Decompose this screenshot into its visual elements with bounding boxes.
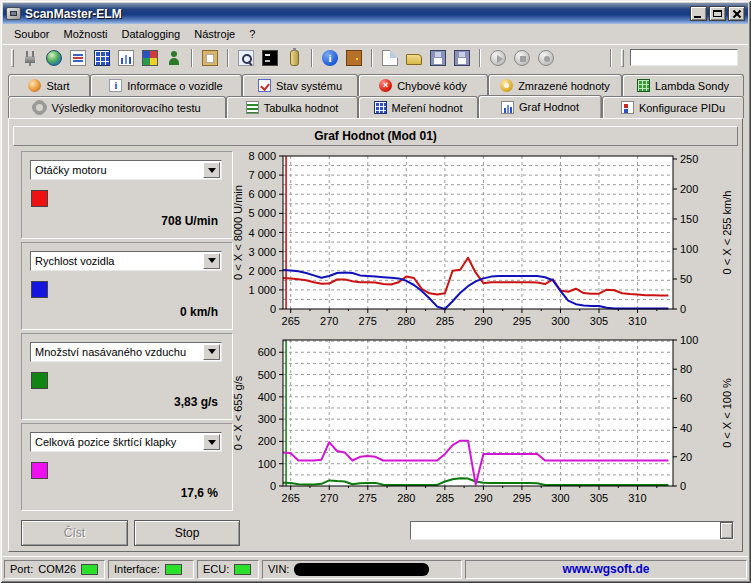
svg-text:250: 250 [680,153,698,165]
read-button[interactable]: Číst [21,520,128,546]
toolbar-separator [227,49,229,67]
param-value-speed: 0 km/h [180,305,218,319]
chart-icon [118,50,134,66]
info-icon [322,50,338,66]
dropdown-button[interactable] [203,344,220,360]
svg-text:265: 265 [282,315,300,327]
pid-select-1[interactable]: Otáčky motoru [30,160,222,180]
exit-button[interactable] [342,47,366,69]
interface-led [165,564,182,575]
chart-rpm-speed: 01 0002 0003 0004 0005 0006 0007 0008 00… [233,149,738,333]
tab-stav-systemu[interactable]: Stav systému [242,74,358,96]
tab-label: Informace o vozidle [127,80,222,92]
svg-text:0 < X < 655 g/s: 0 < X < 655 g/s [233,375,244,450]
toolbar-input[interactable] [630,49,738,66]
scrollbar-thumb[interactable] [720,522,733,539]
title-bar[interactable]: ScanMaster-ELM [3,3,748,24]
dashboard-button[interactable] [138,47,162,69]
graph-icon [501,101,514,114]
website-link[interactable]: www.wgsoft.de [563,562,650,576]
search-button[interactable] [234,47,258,69]
terminal-icon [262,50,278,66]
svg-text:285: 285 [436,492,454,504]
save-icon [430,50,446,66]
svg-text:400: 400 [258,391,276,403]
toolbar-grip[interactable] [11,49,14,67]
open-folder-icon [406,54,422,65]
stop-button[interactable]: Stop [134,520,240,546]
lambda-icon [637,79,650,92]
time-scrollbar[interactable] [410,521,734,540]
tab-lambda-sondy[interactable]: Lambda Sondy [622,74,744,96]
maximize-button[interactable] [709,6,726,21]
minimize-button[interactable] [690,6,707,21]
value-table-button[interactable] [90,47,114,69]
menu-nastroje[interactable]: Nástroje [187,27,242,41]
dropdown-button[interactable] [203,434,220,450]
new-file-button[interactable] [378,47,402,69]
start-icon [28,79,41,92]
svg-text:200: 200 [680,183,698,195]
svg-text:8 000: 8 000 [248,150,276,162]
clipboard-button[interactable] [198,47,222,69]
series-color-swatch [31,281,48,298]
battery-button[interactable] [282,47,306,69]
toolbar-grip[interactable] [621,49,624,67]
graph-button[interactable] [114,47,138,69]
tab-row-2: Výsledky monitorovacího testu Tabulka ho… [8,96,744,118]
svg-text:300: 300 [258,413,276,425]
user-button[interactable] [162,47,186,69]
save-as-icon [454,50,470,66]
toolbar [3,44,748,70]
tab-tabulka-hodnot[interactable]: Tabulka hodnot [226,96,358,118]
svg-text:275: 275 [359,492,377,504]
save-button[interactable] [426,47,450,69]
freeze-frame-icon [500,79,513,92]
param-section-speed: Rychlost vozidla 0 km/h [21,242,233,330]
tab-label: Chybové kódy [397,80,467,92]
report-button[interactable] [66,47,90,69]
pid-select-3[interactable]: Množství nasávaného vzduchu [30,342,222,362]
tab-zmrazene-hodnoty[interactable]: Zmrazené hodnoty [488,74,622,96]
tab-konfigurace-pidu[interactable]: Konfigurace PIDu [602,96,744,118]
web-button[interactable] [42,47,66,69]
chart-maf-throttle: 0100200300400500600020406080100265270275… [233,334,738,512]
pid-select-4[interactable]: Celková pozice škrtící klapky [30,432,222,452]
play-button[interactable] [486,47,510,69]
app-icon [6,7,21,20]
dropdown-button[interactable] [203,162,220,178]
svg-text:265: 265 [282,492,300,504]
svg-text:300: 300 [551,315,569,327]
tab-informace-o-vozidle[interactable]: Informace o vozidle [90,74,242,96]
param-section-rpm: Otáčky motoru 708 U/min [21,151,233,239]
svg-text:0: 0 [680,480,686,492]
report-icon [70,50,86,66]
table-icon [94,50,110,66]
menu-soubor[interactable]: Soubor [7,27,56,41]
stop-record-button[interactable] [510,47,534,69]
toolbar-separator [479,49,481,67]
status-vin: VIN: [262,560,462,579]
tab-mereni-hodnot[interactable]: Meření hodnot [358,96,478,118]
svg-text:50: 50 [680,273,692,285]
record-button[interactable] [534,47,558,69]
pid-select-1-value: Otáčky motoru [35,164,107,176]
tab-graf-hodnot[interactable]: Graf Hodnot [478,95,602,118]
tab-start[interactable]: Start [8,74,90,96]
save-as-button[interactable] [450,47,474,69]
menu-moznosti[interactable]: Možnosti [56,27,114,41]
tab-vysledky-monitorovaciho-testu[interactable]: Výsledky monitorovacího testu [8,96,226,118]
dropdown-button[interactable] [203,253,220,269]
port-label: Port: [10,563,33,575]
info-button[interactable] [318,47,342,69]
terminal-button[interactable] [258,47,282,69]
menu-datalogging[interactable]: Datalogging [115,27,188,41]
open-file-button[interactable] [402,47,426,69]
tab-chybove-kody[interactable]: Chybové kódy [358,74,488,96]
menu-help[interactable]: ? [242,27,262,41]
pid-select-2[interactable]: Rychlost vozidla [30,251,222,271]
svg-text:40: 40 [680,422,692,434]
close-button[interactable] [728,6,745,21]
connect-button[interactable] [18,47,42,69]
svg-text:500: 500 [258,369,276,381]
